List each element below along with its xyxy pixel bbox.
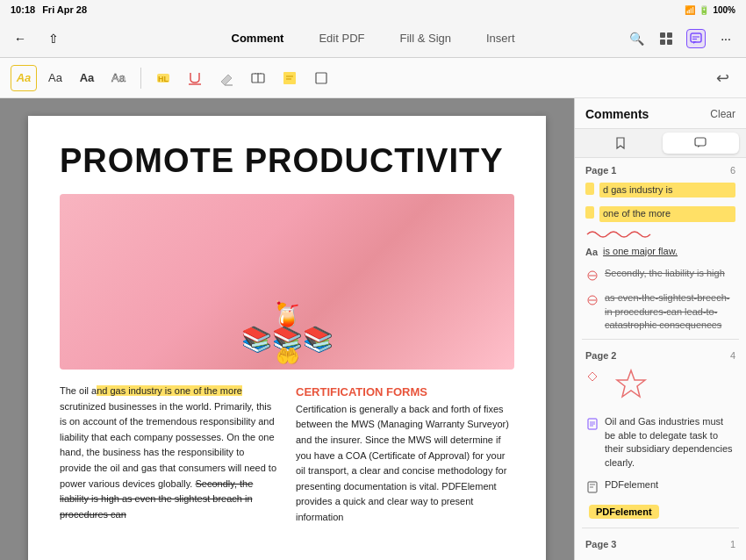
strikethrough-1: Secondly, the liability is high as even … <box>60 478 253 520</box>
tab-bar: Comment Edit PDF Fill & Sign Insert <box>213 25 532 52</box>
comment-text: Secondly, the liability is high <box>605 267 735 280</box>
font-aa-outline[interactable]: Aa <box>105 65 132 91</box>
comment-text: is one major flaw. <box>603 245 735 258</box>
page3-label: Page 3 <box>585 539 616 549</box>
svg-rect-2 <box>660 39 665 45</box>
comment-note-item[interactable]: Oil and Gas industries must be able to d… <box>582 412 739 473</box>
tab-edit-pdf[interactable]: Edit PDF <box>301 25 382 52</box>
page2-count: 4 <box>730 350 735 361</box>
more-icon[interactable]: ··· <box>716 29 735 48</box>
underline-tool[interactable] <box>182 65 208 91</box>
comments-panel: Comments Clear Page 1 6 <box>574 98 746 560</box>
star-drawing <box>613 368 649 406</box>
comment-item[interactable]: one of the more <box>582 203 739 225</box>
aa-icon: Aa <box>585 247 598 257</box>
comments-header: Comments Clear <box>575 98 746 129</box>
comment-aa-item[interactable]: Aa is one major flaw. <box>582 241 739 262</box>
comment-item[interactable]: d gas industry is <box>582 179 739 201</box>
comment-strikethrough-item[interactable]: Secondly, the liability is high <box>582 263 739 286</box>
highlight-icon <box>585 183 594 195</box>
comment-page3-shape[interactable] <box>582 553 739 560</box>
search-icon[interactable]: 🔍 <box>627 29 646 48</box>
page3-header: Page 3 1 <box>582 532 739 553</box>
toolbar-divider-1 <box>140 68 141 89</box>
sticky-note-tool[interactable] <box>276 65 303 91</box>
pdf-viewer[interactable]: PROMOTE PRODUCTIVITY 🍹 📚📚📚 🤲 The oil and… <box>0 98 574 560</box>
shape-tool[interactable] <box>308 65 334 91</box>
comments-title: Comments <box>585 107 649 121</box>
undo-button[interactable]: ↩ <box>709 65 735 91</box>
page2-header: Page 2 4 <box>582 343 739 364</box>
pdfelem-icon <box>585 480 599 494</box>
svg-rect-4 <box>691 33 701 42</box>
status-bar: 10:18 Fri Apr 28 📶 🔋 100% <box>0 0 746 19</box>
title-bar-nav: ← ⇧ <box>0 29 105 48</box>
page1-header: Page 1 6 <box>582 158 739 179</box>
svg-rect-3 <box>667 39 672 45</box>
svg-rect-1 <box>667 32 672 38</box>
comment-text: d gas industry is <box>599 183 735 197</box>
battery-label: 100% <box>713 5 735 15</box>
highlight-icon <box>585 206 594 219</box>
pdf-title: PROMOTE PRODUCTIVITY <box>60 142 514 180</box>
status-right: 📶 🔋 100% <box>685 5 735 15</box>
pdf-image: 🍹 📚📚📚 🤲 <box>60 194 514 370</box>
divider <box>582 339 739 340</box>
comment-pdfelem-badge[interactable]: PDFelement <box>582 499 739 524</box>
font-aa-normal[interactable]: Aa <box>42 65 68 91</box>
grid-icon[interactable] <box>656 29 676 48</box>
status-time: 10:18 <box>11 4 35 15</box>
battery-icon: 🔋 <box>699 5 709 15</box>
comment-text: PDFelement <box>605 478 735 492</box>
status-day: Fri Apr 28 <box>42 4 87 15</box>
svg-rect-18 <box>316 73 326 83</box>
text-box-tool[interactable] <box>245 65 271 91</box>
font-aa-medium[interactable]: Aa <box>11 65 37 91</box>
svg-rect-19 <box>695 138 706 146</box>
tab-fill-sign[interactable]: Fill & Sign <box>382 25 469 52</box>
highlight-1: nd gas industry is one of the more <box>97 385 242 396</box>
title-bar-actions: 🔍 ··· <box>627 29 735 48</box>
tab-bookmark[interactable] <box>582 133 659 154</box>
share-icon[interactable]: ⇧ <box>44 29 63 48</box>
page2-label: Page 2 <box>585 350 616 361</box>
comment-text: Oil and Gas industries must be able to d… <box>605 415 735 470</box>
tab-speech[interactable] <box>663 133 740 154</box>
divider <box>582 528 739 528</box>
main-content: PROMOTE PRODUCTIVITY 🍹 📚📚📚 🤲 The oil and… <box>0 98 746 560</box>
crossout-icon <box>585 293 599 307</box>
comment-text: one of the more <box>599 206 735 221</box>
title-bar: ← ⇧ Comment Edit PDF Fill & Sign Insert … <box>0 19 746 58</box>
pdf-cert-text: Certification is generally a back and fo… <box>296 404 509 522</box>
tab-insert[interactable]: Insert <box>469 25 533 52</box>
toolbar: Aa Aa Aa Aa HL <box>0 58 746 98</box>
comments-clear-button[interactable]: Clear <box>710 108 735 120</box>
svg-marker-25 <box>617 370 645 397</box>
comments-panel-icon[interactable] <box>686 29 706 48</box>
comment-shape-item[interactable] <box>582 364 739 410</box>
note-icon <box>585 417 599 431</box>
font-aa-bold[interactable]: Aa <box>74 65 100 91</box>
svg-rect-0 <box>660 32 665 38</box>
shape-comment-icon <box>585 370 599 384</box>
back-icon[interactable]: ← <box>11 29 30 48</box>
pdf-subheading: CERTIFICATION FORMS <box>296 385 427 398</box>
comment-pdfelem-label[interactable]: PDFelement <box>582 475 739 498</box>
pdfelem-badge: PDFelement <box>589 505 659 519</box>
strikethrough-icon <box>585 269 599 283</box>
page1-label: Page 1 <box>585 165 616 176</box>
comment-squiggle[interactable] <box>582 227 739 240</box>
wifi-icon: 📶 <box>685 5 695 15</box>
comment-crossout-item[interactable]: as even-the-slightest-breech-in procedur… <box>582 288 739 335</box>
svg-text:HL: HL <box>158 75 169 83</box>
page1-count: 6 <box>730 165 735 176</box>
highlight-tool[interactable]: HL <box>150 65 176 91</box>
erase-tool[interactable] <box>213 65 240 91</box>
pdf-body: The oil and gas industry is one of the m… <box>60 384 514 528</box>
comments-body[interactable]: Page 1 6 d gas industry is one of the mo… <box>575 158 746 560</box>
tab-comment[interactable]: Comment <box>213 25 301 52</box>
pdf-page: PROMOTE PRODUCTIVITY 🍹 📚📚📚 🤲 The oil and… <box>28 116 546 560</box>
comment-text: as even-the-slightest-breech-in procedur… <box>605 291 735 332</box>
svg-marker-24 <box>588 372 597 381</box>
svg-rect-15 <box>283 72 296 84</box>
